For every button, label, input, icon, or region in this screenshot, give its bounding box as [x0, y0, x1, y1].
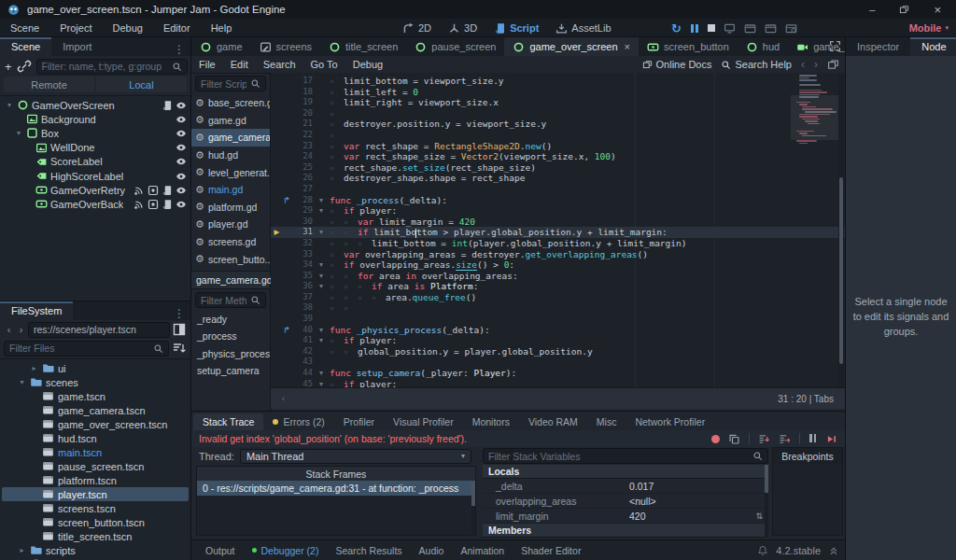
breakpoint-gutter[interactable] — [271, 97, 283, 108]
remote-debug-icon[interactable] — [724, 22, 736, 35]
code-line-39[interactable]: 39 — [271, 314, 845, 325]
copy-error-button[interactable] — [728, 433, 740, 445]
breakpoint-gutter[interactable] — [271, 87, 283, 98]
notification-bell-icon[interactable] — [757, 545, 768, 556]
play-custom-scene-button[interactable] — [765, 22, 777, 35]
script-icon[interactable] — [162, 199, 173, 210]
debugger-tab-errors-2[interactable]: Errors (2) — [263, 413, 333, 430]
code-line-27[interactable]: 27 — [271, 184, 845, 195]
file-player-tscn[interactable]: player.tscn — [2, 487, 189, 501]
tab-import[interactable]: Import — [51, 37, 103, 56]
scene-tab-screen-button[interactable]: screen_button — [639, 37, 738, 56]
method-physics-process[interactable]: _physics_process — [191, 345, 270, 362]
code-line-18[interactable]: 18»limit_left = 0 — [271, 87, 845, 98]
script-menu-edit[interactable]: Edit — [223, 59, 256, 70]
breakpoint-gutter[interactable] — [271, 108, 283, 119]
scene-dock-menu[interactable]: ⋮ — [168, 43, 190, 56]
method-setup-camera[interactable]: setup_camera — [191, 362, 270, 379]
debugger-tab-stack-trace[interactable]: Stack Trace — [193, 413, 263, 430]
fold-arrow-icon[interactable]: ▾ — [317, 271, 330, 282]
code-line-28[interactable]: ↱28▾func _process(_delta): — [271, 195, 845, 206]
fold-arrow-icon[interactable]: ▾ — [317, 227, 330, 238]
fs-filter-input[interactable] — [9, 343, 149, 354]
workspace-script[interactable]: Script — [487, 19, 545, 37]
eye-icon[interactable] — [176, 185, 187, 196]
code-line-22[interactable]: 22» — [271, 130, 845, 141]
breakpoint-gutter[interactable] — [271, 379, 283, 387]
code-line-35[interactable]: 35▾»»for area in overlapping_areas: — [271, 271, 845, 282]
add-node-button[interactable]: + — [5, 59, 12, 74]
stack-frame-row[interactable]: 0 - res://scripts/game_camera.gd:31 - at… — [197, 481, 475, 496]
debugger-tab-profiler[interactable]: Profiler — [334, 413, 384, 430]
expand-bottom-panel-button[interactable] — [828, 545, 839, 556]
breakpoint-gutter[interactable] — [271, 205, 283, 217]
scene-tab-screens[interactable]: screens — [251, 37, 321, 56]
code-line-40[interactable]: ↱40▾func _physics_process(_delta): — [271, 325, 845, 336]
script-item-platform-gd[interactable]: ⚙platform.gd — [191, 199, 270, 217]
fs-forward-button[interactable]: › — [16, 324, 26, 335]
script-item-level-generat[interactable]: ⚙level_generat... — [191, 163, 270, 181]
code-line-31[interactable]: ▶31▾»»if limit_bottom > player.global_po… — [271, 227, 845, 238]
workspace-2d[interactable]: 2D — [396, 19, 438, 37]
minimize-button[interactable]: – — [869, 4, 875, 15]
method-process[interactable]: _process — [191, 328, 270, 344]
eye-icon[interactable] — [176, 128, 187, 139]
script-item-main-gd[interactable]: ⚙main.gd — [191, 181, 270, 199]
exec-arrow-icon[interactable]: ▶ — [271, 227, 283, 238]
menu-project[interactable]: Project — [49, 22, 102, 34]
fold-arrow-icon[interactable]: ▾ — [317, 379, 330, 387]
breakpoint-gutter[interactable] — [271, 314, 283, 325]
breakpoint-gutter[interactable] — [271, 302, 283, 314]
file-screen-button-tscn[interactable]: screen_button.tscn — [2, 515, 189, 529]
code-line-44[interactable]: 44▾func setup_camera(_player: Player): — [271, 368, 845, 379]
group-icon[interactable] — [148, 185, 159, 196]
file-scenes[interactable]: ▾scenes — [2, 375, 189, 389]
code-line-33[interactable]: 33»var overlapping_areas = destroyer.get… — [271, 249, 845, 260]
breakpoint-gutter[interactable] — [271, 162, 283, 174]
collapse-icon[interactable]: ▾ — [5, 101, 14, 109]
bottom-tab-audio[interactable]: Audio — [411, 540, 453, 560]
menu-scene[interactable]: Scene — [0, 22, 49, 34]
file-ui[interactable]: ▸ui — [2, 361, 189, 375]
step-over-button[interactable] — [779, 433, 791, 445]
local-var-limit-margin[interactable]: limit_margin420⇅ — [483, 509, 768, 524]
code-editor[interactable]: 17»limit_bottom = viewport_size.y18»limi… — [271, 73, 845, 387]
debugger-tab-misc[interactable]: Misc — [587, 413, 626, 430]
file-main-tscn[interactable]: main.tscn — [2, 445, 189, 459]
code-line-26[interactable]: 26»destroyer_shape.shape = rect_shape — [271, 173, 845, 184]
renderer-dropdown[interactable]: Mobile ▾ — [909, 19, 949, 37]
pause-button[interactable] — [690, 24, 699, 33]
fold-arrow-icon[interactable]: ▾ — [317, 281, 330, 292]
code-scrollbar[interactable] — [838, 73, 844, 387]
debugger-tab-video-ram[interactable]: Video RAM — [519, 413, 587, 430]
script-item-screens-gd[interactable]: ⚙screens.gd — [191, 233, 270, 251]
movie-maker-button[interactable] — [785, 22, 797, 35]
script-icon[interactable] — [162, 100, 173, 111]
break-button[interactable] — [808, 433, 817, 444]
fold-arrow-icon[interactable]: ▾ — [317, 335, 330, 346]
script-item-screen-butto[interactable]: ⚙screen_butto... — [191, 250, 270, 268]
stack-vars-filter-input[interactable] — [488, 451, 749, 462]
script-history-back[interactable]: ‹ — [801, 58, 805, 71]
file-game-tscn[interactable]: game.tscn — [2, 389, 189, 403]
breakpoint-gutter[interactable] — [271, 141, 283, 152]
scene-node-gameoverback[interactable]: GameOverBack — [0, 197, 190, 211]
collapse-icon[interactable]: ▸ — [18, 546, 26, 554]
eye-icon[interactable] — [176, 114, 187, 125]
script-menu-search[interactable]: Search — [256, 59, 303, 70]
scene-node-gameoverretry[interactable]: GameOverRetry — [0, 183, 190, 197]
fs-path-input[interactable] — [34, 324, 164, 335]
tab-node[interactable]: Node — [910, 37, 956, 56]
fold-arrow-icon[interactable]: ▾ — [317, 205, 330, 217]
debugger-tab-network-profiler[interactable]: Network Profiler — [626, 413, 714, 430]
code-line-30[interactable]: 30»»var limit_margin = 420 — [271, 217, 845, 228]
bottom-tab-shader-editor[interactable]: Shader Editor — [513, 540, 589, 560]
code-line-19[interactable]: 19»limit_right = viewport_size.x — [271, 97, 845, 108]
collapse-icon[interactable]: ▸ — [30, 364, 38, 372]
code-line-37[interactable]: 37»»»»area.queue_free() — [271, 292, 845, 303]
code-minimap[interactable] — [794, 73, 836, 213]
code-line-42[interactable]: 42»»global_position.y = player.global_po… — [271, 346, 845, 357]
eye-icon[interactable] — [176, 199, 187, 210]
debugger-tab-monitors[interactable]: Monitors — [463, 413, 519, 430]
local-toggle[interactable]: Local — [96, 77, 187, 92]
